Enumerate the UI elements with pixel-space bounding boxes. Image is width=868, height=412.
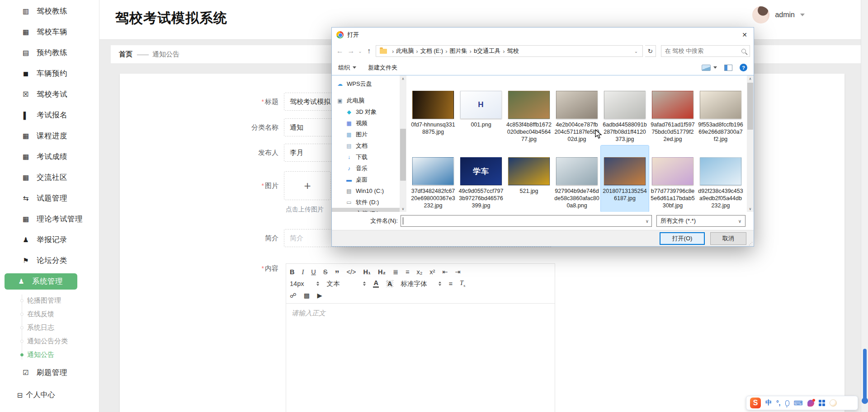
sidebar-item[interactable]: ▦ 交流社区 xyxy=(0,167,99,188)
font-family-select[interactable]: 标准字体 xyxy=(401,281,441,287)
blockquote-button[interactable]: ” xyxy=(335,268,339,276)
file-item[interactable]: d92f238c439c453a9edb2f05a44db232.jpg xyxy=(697,145,745,212)
sidebar-subitem[interactable]: 通知公告 xyxy=(22,348,99,361)
avatar[interactable] xyxy=(752,6,769,23)
file-item[interactable]: H 001.png xyxy=(457,79,505,145)
sidebar-item[interactable]: ☑ 刷题管理 xyxy=(0,362,99,383)
scroll-thumb[interactable] xyxy=(747,83,753,130)
sogou-logo-icon[interactable]: S xyxy=(750,398,761,408)
address-bar[interactable]: › 此电脑 › 文档 (E:) › 图片集 › b交通工具 › 驾校 ⌄ xyxy=(376,45,643,57)
sidebar-subitem[interactable]: 通知公告分类 xyxy=(22,334,99,348)
resize-grip[interactable]: ⋰ xyxy=(749,241,753,246)
file-item[interactable]: 201807131352546187.jpg xyxy=(601,145,649,212)
punctuation-toggle[interactable]: °, xyxy=(776,399,781,407)
tree-item[interactable]: ☁ WPS云盘 xyxy=(332,78,400,89)
ordered-list-button[interactable]: ≣ xyxy=(393,269,398,276)
superscript-button[interactable]: x² xyxy=(429,269,435,276)
image-upload-button[interactable]: + xyxy=(284,171,331,200)
font-size-select[interactable]: 14px xyxy=(290,281,319,287)
strikethrough-button[interactable]: S xyxy=(323,269,328,276)
skin-icon[interactable] xyxy=(807,400,814,407)
subscript-button[interactable]: x₂ xyxy=(416,269,422,276)
scrollbar-thumb[interactable] xyxy=(863,349,867,402)
image-button[interactable]: ▩ xyxy=(304,292,310,299)
clear-format-button[interactable]: Tx xyxy=(460,280,466,288)
highlight-color-button[interactable]: A xyxy=(386,280,393,288)
file-item[interactable]: 9afad761ad1f59775bdc0d51779f22ed.jpg xyxy=(649,79,697,145)
sidebar-item[interactable]: ⇆ 试题管理 xyxy=(0,188,99,209)
open-button[interactable]: 打开(O) xyxy=(660,232,705,245)
sidebar-item-personal-center[interactable]: ⊟ 个人中心 xyxy=(0,390,99,400)
filetype-select[interactable]: 所有文件 (*.*)∨ xyxy=(656,215,745,227)
format-select[interactable]: 文本 xyxy=(326,281,366,287)
sidebar-item[interactable]: ♟ 举报记录 xyxy=(0,229,99,250)
tree-item[interactable]: ▣ 此电脑 xyxy=(332,95,400,106)
file-item[interactable]: b77d7739796c8e5e6d61a17bdab530bf.jpg xyxy=(649,145,697,212)
close-icon[interactable]: ✕ xyxy=(736,28,754,42)
file-item[interactable]: 4e2b004ce787fb204c571187fe5b902d.jpg xyxy=(553,79,601,145)
italic-button[interactable]: I xyxy=(302,269,304,276)
preview-pane-icon[interactable] xyxy=(724,65,732,71)
filename-input[interactable]: ∨ xyxy=(401,215,652,227)
code-block-button[interactable]: </> xyxy=(346,269,356,276)
microphone-icon[interactable] xyxy=(785,400,789,406)
tree-item[interactable]: ▭ 软件 (D:) xyxy=(332,197,400,208)
sidebar-item[interactable]: ▤ 预约教练 xyxy=(0,42,99,63)
sidebar-subitem[interactable]: 在线反馈 xyxy=(22,307,99,321)
forward-icon[interactable]: → xyxy=(347,47,356,55)
refresh-icon[interactable]: ↻ xyxy=(645,45,656,57)
sidebar-subitem[interactable]: 轮播图管理 xyxy=(22,294,99,307)
text-color-button[interactable]: A xyxy=(373,280,378,288)
path-segment[interactable]: 此电脑 xyxy=(396,47,414,55)
new-folder-button[interactable]: 新建文件夹 xyxy=(368,64,397,72)
sidebar-item[interactable]: ▦ 理论考试管理 xyxy=(0,209,99,229)
tree-scrollbar[interactable]: ∧ ∨ xyxy=(400,75,406,212)
tree-item[interactable]: ↓ 下载 xyxy=(332,151,400,163)
breadcrumb-home[interactable]: 首页 xyxy=(119,50,132,59)
view-mode-button[interactable] xyxy=(702,65,717,71)
file-item[interactable]: 4c853f4b8ffb1672020dbec04b456477.jpg xyxy=(505,79,553,145)
tree-item[interactable]: ♪ 音乐 xyxy=(332,163,400,174)
search-input[interactable]: 在 驾校 中搜索 xyxy=(661,45,750,57)
bullet-list-button[interactable]: ≡ xyxy=(406,269,409,276)
file-item[interactable]: 927904b9de746dde58c3860afac800a8.png xyxy=(553,145,601,212)
page-scrollbar[interactable] xyxy=(861,0,868,412)
address-caret-icon[interactable]: ⌄ xyxy=(632,49,641,54)
files-scrollbar[interactable]: ∧ ∨ xyxy=(747,75,754,212)
file-item[interactable]: 521.jpg xyxy=(505,145,553,212)
sidebar-item[interactable]: ▦ 驾校车辆 xyxy=(0,22,99,42)
indent-button[interactable]: ⇥ xyxy=(455,269,461,276)
file-item[interactable]: 0fd7-hhnunsq3318875.jpg xyxy=(409,79,457,145)
tree-item[interactable]: ▩ 图片 xyxy=(332,129,400,140)
toolbox-icon[interactable] xyxy=(819,400,825,406)
tree-item[interactable]: ▤ 文档 xyxy=(332,140,400,151)
tree-item[interactable]: ▤ Win10 (C:) xyxy=(332,185,400,197)
editor-body[interactable]: 请输入正文 xyxy=(286,304,555,323)
cancel-button[interactable]: 取消 xyxy=(710,232,746,245)
scroll-down-icon[interactable]: ∨ xyxy=(402,206,405,212)
sidebar-item[interactable]: ▥ 驾校教练 xyxy=(0,1,99,22)
help-icon[interactable]: ? xyxy=(740,64,747,71)
scroll-up-icon[interactable]: ∧ xyxy=(402,75,405,82)
sidebar-item[interactable]: ♟ 系统管理 xyxy=(5,273,77,290)
header-2-button[interactable]: H₂ xyxy=(378,269,386,276)
history-caret-icon[interactable]: ⌄ xyxy=(358,49,362,54)
file-item[interactable]: 学车 49c9d0557ccf7973b97276bd46576399.jpg xyxy=(457,145,505,212)
sidebar-subitem[interactable]: 系统日志 xyxy=(22,321,99,334)
sidebar-item[interactable]: ⚑ 论坛分类 xyxy=(0,250,99,271)
underline-button[interactable]: U xyxy=(311,269,316,276)
tree-item[interactable]: ▬ 桌面 xyxy=(332,174,400,185)
video-button[interactable]: ▶ xyxy=(317,292,322,299)
language-toggle[interactable]: 中 xyxy=(765,399,772,407)
link-button[interactable]: ☍ xyxy=(290,292,297,299)
file-item[interactable]: 6adbd44588091b287fb08d1ff4120373.jpg xyxy=(601,79,649,145)
combo-caret-icon[interactable]: ∨ xyxy=(646,219,650,224)
sidebar-item[interactable]: ◼ 车辆预约 xyxy=(0,63,99,84)
sidebar-item[interactable]: ▦ 考试成绩 xyxy=(0,146,99,167)
bold-button[interactable]: B xyxy=(290,269,294,276)
path-segment[interactable]: b交通工具 xyxy=(474,47,500,55)
scroll-thumb[interactable] xyxy=(400,129,406,181)
scroll-up-icon[interactable]: ∧ xyxy=(749,75,752,82)
align-button[interactable]: ≡ xyxy=(448,281,452,287)
keyboard-icon[interactable]: ⌨ xyxy=(794,399,803,407)
